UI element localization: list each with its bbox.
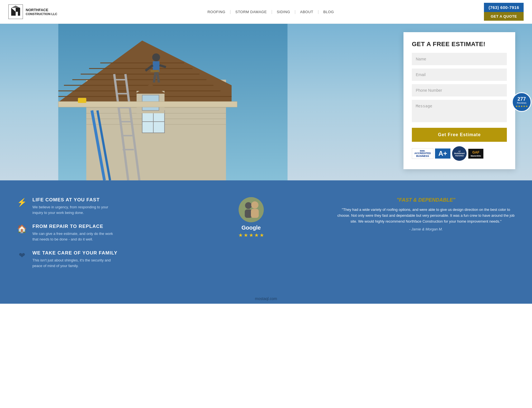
- feature-family-desc: This isn't just about shingles, it's the…: [32, 258, 116, 268]
- feature-repair-title: FROM REPAIR TO REPLACE: [32, 224, 116, 229]
- reviewer-avatar: [239, 197, 264, 222]
- testimonial-title: "FAST & DEPENDABLE": [337, 197, 515, 203]
- svg-point-48: [245, 202, 252, 209]
- submit-button[interactable]: Get Free Estimate: [412, 128, 507, 142]
- get-quote-button[interactable]: GET A QUOTE: [484, 12, 524, 21]
- svg-marker-1: [11, 8, 20, 16]
- hero-illustration: [0, 24, 346, 180]
- phone-input[interactable]: [412, 84, 507, 96]
- svg-rect-42: [151, 70, 159, 72]
- feature-family: ❤ WE TAKE CARE OF YOUR FAMILY This isn't…: [17, 250, 166, 268]
- bbb-badge: BBB. ACCREDITEDBUSINESS: [412, 148, 433, 159]
- nav-about[interactable]: ABOUT: [296, 10, 318, 14]
- buildsmart-badge: LP BuildSmart PREFERRED: [452, 146, 467, 161]
- feature-urgency-title: LIFE COMES AT YOU FAST: [32, 197, 116, 203]
- testimonial-column: "FAST & DEPENDABLE" "They had a wide var…: [337, 197, 515, 277]
- google-review-column: Google ★ ★ ★ ★ ★: [177, 197, 326, 277]
- email-input[interactable]: [412, 69, 507, 81]
- aplus-badge: A+: [435, 148, 450, 159]
- feature-repair-desc: We can give a free estimate, and only do…: [32, 231, 116, 242]
- feature-urgency: ⚡ LIFE COMES AT YOU FAST We believe in u…: [17, 197, 166, 215]
- blue-section: ⚡ LIFE COMES AT YOU FAST We believe in u…: [0, 180, 532, 294]
- form-title: GET A FREE ESTIMATE!: [412, 41, 507, 48]
- heart-icon: ❤: [17, 251, 27, 260]
- feature-family-title: WE TAKE CARE OF YOUR FAMILY: [32, 250, 117, 256]
- reviews-badge[interactable]: 277 Reviews ★ ★ ★ ★ ★: [512, 92, 531, 112]
- header: NORTHFACE CONSTRUCTION LLC ROOFING | STO…: [0, 0, 532, 24]
- svg-rect-44: [78, 98, 86, 103]
- feature-urgency-content: LIFE COMES AT YOU FAST We believe in urg…: [32, 197, 116, 215]
- feature-family-content: WE TAKE CARE OF YOUR FAMILY This isn't j…: [32, 250, 117, 268]
- logo-area: NORTHFACE CONSTRUCTION LLC: [8, 4, 57, 19]
- hero-section: 277 Reviews ★ ★ ★ ★ ★ GET A FREE ESTIMAT…: [0, 24, 532, 180]
- logo-text: NORTHFACE CONSTRUCTION LLC: [26, 8, 57, 16]
- testimonial-author: - Jamie & Morgan M.: [337, 227, 515, 231]
- nav-siding[interactable]: SIDING: [272, 10, 295, 14]
- reviews-label: Reviews: [517, 102, 526, 104]
- nav-blog[interactable]: BLOG: [319, 10, 338, 14]
- logo-icon: [8, 4, 23, 19]
- features-column: ⚡ LIFE COMES AT YOU FAST We believe in u…: [17, 197, 166, 277]
- nav-roofing[interactable]: ROOFING: [203, 10, 230, 14]
- svg-point-47: [239, 197, 264, 222]
- house-icon: 🏠: [17, 224, 27, 234]
- svg-point-36: [152, 53, 160, 61]
- header-cta: (763) 600-7916 GET A QUOTE: [484, 3, 524, 21]
- message-input[interactable]: [412, 100, 507, 122]
- feature-urgency-desc: We believe in urgency, from responding t…: [32, 204, 116, 215]
- trust-badges: BBB. ACCREDITEDBUSINESS A+ LP BuildSmart…: [412, 146, 507, 161]
- watermark: mostaql.com: [0, 294, 532, 304]
- svg-rect-51: [251, 209, 259, 218]
- feature-repair-content: FROM REPAIR TO REPLACE We can give a fre…: [32, 224, 116, 242]
- badge-stars: ★ ★ ★ ★ ★: [516, 105, 528, 108]
- feature-repair: 🏠 FROM REPAIR TO REPLACE We can give a f…: [17, 224, 166, 242]
- nav-storm-damage[interactable]: STORM DAMAGE: [231, 10, 271, 14]
- watermark-text: mostaql.com: [255, 296, 277, 301]
- svg-point-50: [251, 201, 258, 209]
- google-label: Google: [241, 225, 261, 231]
- phone-button[interactable]: (763) 600-7916: [484, 3, 524, 12]
- name-input[interactable]: [412, 53, 507, 65]
- lightning-icon: ⚡: [17, 198, 27, 207]
- google-stars: ★ ★ ★ ★ ★: [238, 232, 264, 238]
- avatar-image: [239, 197, 264, 222]
- reviews-count: 277: [517, 96, 526, 102]
- estimate-form-panel: GET A FREE ESTIMATE! Get Free Estimate B…: [403, 32, 515, 169]
- gaf-badge: GAF MasterElite: [468, 149, 483, 159]
- testimonial-text: "They had a wide variety of roofing opti…: [337, 207, 515, 224]
- main-nav: ROOFING | STORM DAMAGE | SIDING | ABOUT …: [203, 10, 338, 14]
